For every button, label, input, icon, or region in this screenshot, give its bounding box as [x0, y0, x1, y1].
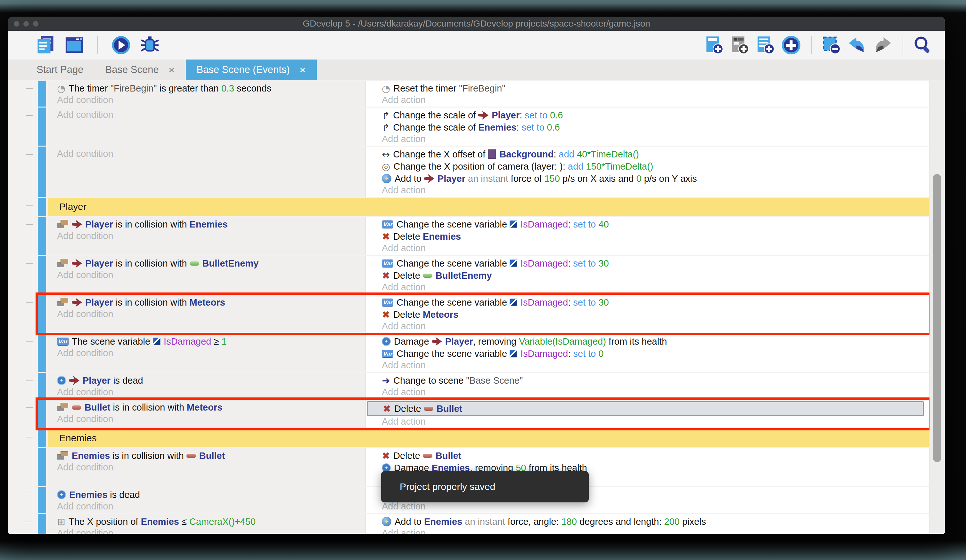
conditions-panel[interactable]: Enemies is in collision with BulletAdd c…	[48, 448, 365, 486]
action-line[interactable]: VarChange the scene variable IsDamaged: …	[382, 257, 926, 269]
event-selection-bar[interactable]	[38, 81, 46, 106]
vertical-scrollbar[interactable]	[930, 80, 945, 534]
condition-line[interactable]: ✦Player is dead	[57, 374, 362, 386]
conditions-panel[interactable]: ✦Enemies is deadAdd condition	[48, 487, 365, 513]
conditions-panel[interactable]: Add condition	[48, 108, 365, 146]
tab-close-icon[interactable]: ×	[299, 64, 306, 75]
add-comment-icon[interactable]	[729, 35, 750, 56]
add-condition-link[interactable]: Add condition	[57, 269, 362, 280]
add-condition-link[interactable]: Add condition	[57, 148, 362, 159]
add-condition-link[interactable]: Add condition	[57, 462, 362, 473]
event-selection-bar[interactable]	[38, 256, 46, 294]
add-action-link[interactable]: Add action	[382, 94, 926, 105]
conditions-panel[interactable]: ✦Player is deadAdd condition	[48, 373, 365, 399]
add-action-link[interactable]: Add action	[382, 242, 926, 254]
add-action-link[interactable]: Add action	[382, 360, 926, 370]
add-circle-icon[interactable]	[781, 35, 802, 56]
event-selection-bar[interactable]	[38, 147, 46, 197]
event-selection-bar[interactable]	[38, 295, 46, 333]
close-window-icon[interactable]	[14, 21, 19, 26]
conditions-panel[interactable]: Add condition	[48, 147, 365, 197]
add-action-link[interactable]: Add action	[382, 185, 926, 195]
condition-line[interactable]: Player is in collision with Enemies	[57, 218, 362, 231]
action-line[interactable]: ◎Change the X position of camera (layer:…	[382, 160, 926, 172]
conditions-panel[interactable]: Bullet is in collision with MeteorsAdd c…	[48, 400, 365, 428]
tab-close-icon[interactable]: ×	[168, 64, 175, 75]
maximize-window-icon[interactable]	[33, 21, 38, 26]
add-action-link[interactable]: Add action	[382, 282, 926, 293]
condition-line[interactable]: Bullet is in collision with Meteors	[57, 401, 362, 413]
action-line[interactable]: ✖Delete BulletEnemy	[382, 269, 926, 282]
event-selection-bar[interactable]	[38, 373, 46, 399]
conditions-panel[interactable]: Player is in collision with EnemiesAdd c…	[48, 217, 365, 255]
event-selection-bar[interactable]	[38, 217, 46, 255]
condition-line[interactable]: ⊞The X position of Enemies ≤ CameraX()+4…	[57, 516, 362, 528]
play-icon[interactable]	[111, 35, 131, 56]
action-line[interactable]: ➜Change to scene "Base Scene"	[382, 374, 926, 386]
action-line[interactable]: VarChange the scene variable IsDamaged: …	[382, 347, 926, 360]
action-line[interactable]: ✖Delete Bullet	[382, 450, 926, 462]
project-manager-icon[interactable]	[35, 35, 56, 56]
event-selection-bar[interactable]	[38, 429, 46, 447]
add-action-link[interactable]: Add action	[382, 528, 926, 534]
scene-editor-icon[interactable]	[64, 35, 85, 56]
conditions-panel[interactable]: Player is in collision with MeteorsAdd c…	[48, 295, 365, 333]
action-line[interactable]: ✖Delete Enemies	[382, 231, 926, 242]
add-condition-link[interactable]: Add condition	[57, 413, 362, 424]
add-action-link[interactable]: Add action	[382, 416, 926, 427]
event-selection-bar[interactable]	[38, 400, 46, 428]
add-condition-link[interactable]: Add condition	[57, 231, 362, 241]
action-line[interactable]: ✦Add to Player an instant force of 150 p…	[382, 172, 926, 185]
tab-start-page[interactable]: Start Page	[26, 59, 94, 80]
add-action-link[interactable]: Add action	[382, 501, 926, 512]
add-condition-link[interactable]: Add condition	[57, 501, 362, 512]
condition-line[interactable]: VarThe scene variable IsDamaged ≥ 1	[57, 336, 362, 347]
conditions-panel[interactable]: ⊞The X position of Enemies ≤ CameraX()+4…	[48, 514, 365, 534]
action-line[interactable]: VarChange the scene variable IsDamaged: …	[382, 296, 926, 308]
action-line[interactable]: ✦Add to Enemies an instant force, angle:…	[382, 516, 926, 528]
action-line[interactable]: ◔Reset the timer "FireBegin"	[382, 82, 926, 94]
group-header[interactable]: Player	[48, 198, 929, 216]
event-selection-bar[interactable]	[38, 487, 46, 513]
event-selection-bar[interactable]	[38, 198, 46, 216]
selected-action-line[interactable]: ✖Delete Bullet	[367, 401, 924, 416]
condition-line[interactable]: ◔The timer "FireBegin" is greater than 0…	[57, 82, 362, 94]
condition-line[interactable]: Enemies is in collision with Bullet	[57, 450, 362, 462]
add-condition-link[interactable]: Add condition	[57, 528, 362, 534]
condition-line[interactable]: Player is in collision with Meteors	[57, 296, 362, 308]
event-selection-bar[interactable]	[38, 108, 46, 146]
actions-panel[interactable]: ✦Damage Player, removing Variable(IsDama…	[365, 334, 929, 372]
add-action-link[interactable]: Add action	[382, 133, 926, 144]
add-condition-link[interactable]: Add condition	[57, 109, 362, 120]
actions-panel[interactable]: ↔Change the X offset of Background: add …	[365, 147, 929, 197]
search-icon[interactable]	[913, 35, 933, 56]
event-selection-bar[interactable]	[38, 514, 46, 534]
add-action-link[interactable]: Add action	[382, 321, 926, 332]
action-line[interactable]: ✦Damage Player, removing Variable(IsDama…	[382, 336, 926, 347]
conditions-panel[interactable]: ◔The timer "FireBegin" is greater than 0…	[48, 81, 365, 106]
add-condition-link[interactable]: Add condition	[57, 386, 362, 398]
action-line[interactable]: ↔Change the X offset of Background: add …	[382, 148, 926, 160]
actions-panel[interactable]: ➜Change to scene "Base Scene"Add action	[365, 373, 929, 399]
conditions-panel[interactable]: Player is in collision with BulletEnemyA…	[48, 256, 365, 294]
condition-line[interactable]: Player is in collision with BulletEnemy	[57, 257, 362, 269]
action-line[interactable]: ↱Change the scale of Player: set to 0.6	[382, 109, 926, 121]
actions-panel[interactable]: ✦Add to Enemies an instant force, angle:…	[365, 514, 929, 534]
actions-panel[interactable]: VarChange the scene variable IsDamaged: …	[365, 256, 929, 294]
add-action-link[interactable]: Add action	[382, 386, 926, 398]
condition-line[interactable]: ✦Enemies is dead	[57, 489, 362, 501]
tab-base-scene[interactable]: Base Scene×	[94, 59, 186, 80]
redo-icon[interactable]	[872, 35, 893, 56]
group-header[interactable]: Enemies	[48, 429, 929, 447]
action-line[interactable]: VarChange the scene variable IsDamaged: …	[382, 218, 926, 231]
add-condition-link[interactable]: Add condition	[57, 308, 362, 319]
minimize-window-icon[interactable]	[23, 21, 29, 26]
actions-panel[interactable]: ◔Reset the timer "FireBegin"Add action	[365, 81, 929, 106]
debug-icon[interactable]	[140, 35, 160, 56]
tab-base-scene-events[interactable]: Base Scene (Events)×	[186, 59, 317, 80]
add-event-icon[interactable]	[704, 35, 724, 56]
add-subevent-icon[interactable]	[755, 35, 776, 56]
window-controls[interactable]	[14, 21, 38, 26]
actions-panel[interactable]: VarChange the scene variable IsDamaged: …	[365, 295, 929, 333]
delete-selection-icon[interactable]	[821, 35, 842, 56]
